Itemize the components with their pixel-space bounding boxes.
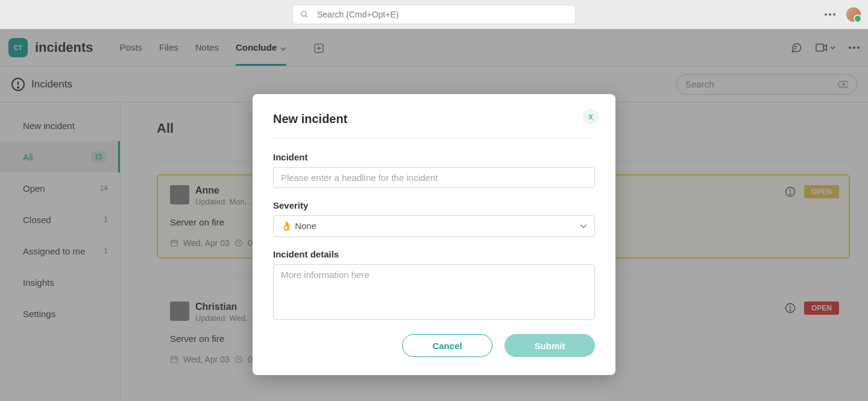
global-topbar: Search (Cmd+Opt+E) [0,0,868,29]
global-search[interactable]: Search (Cmd+Opt+E) [292,5,576,24]
global-search-placeholder: Search (Cmd+Opt+E) [317,10,398,19]
divider [273,138,595,139]
submit-button[interactable]: Submit [505,334,595,357]
svg-point-0 [301,11,306,16]
modal-title: New incident [273,112,595,126]
severity-label: Severity [273,200,595,210]
details-label: Incident details [273,249,595,259]
incident-label: Incident [273,152,595,162]
close-button[interactable]: x [583,109,599,124]
cancel-button[interactable]: Cancel [402,334,492,357]
incident-headline-input[interactable] [273,167,595,188]
chevron-down-icon [580,224,587,229]
severity-select[interactable]: 👌 None [273,215,595,237]
svg-point-2 [825,13,827,16]
new-incident-modal: New incident x Incident Severity 👌 None … [253,94,615,375]
svg-point-3 [829,13,831,16]
svg-line-1 [306,16,307,17]
severity-value: 👌 None [281,221,316,232]
search-icon [300,10,309,19]
more-icon[interactable] [825,13,835,16]
svg-point-4 [833,13,835,16]
incident-details-textarea[interactable] [273,264,595,320]
close-icon: x [589,112,593,121]
modal-overlay: New incident x Incident Severity 👌 None … [0,29,868,401]
user-avatar[interactable] [846,7,861,22]
